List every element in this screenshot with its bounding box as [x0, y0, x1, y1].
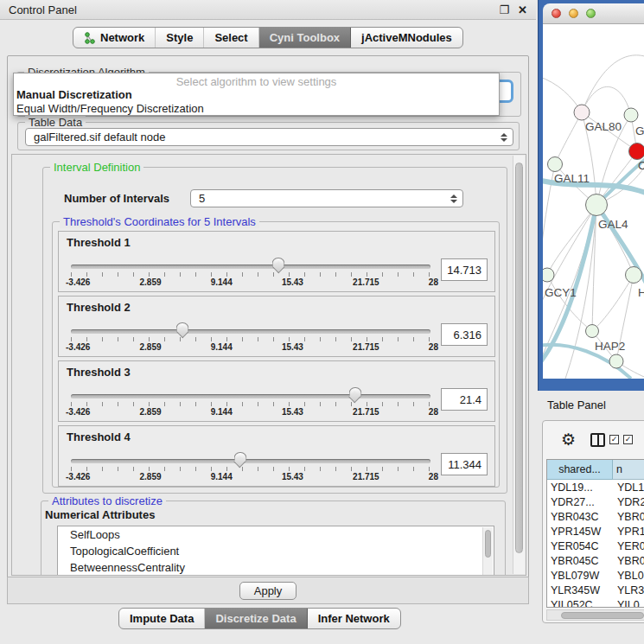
node-h[interactable]: [626, 267, 642, 284]
threshold-3-slider[interactable]: -3.426 2.859 9.144 15.43 21.715 28: [71, 387, 430, 422]
slider-tick-labels: -3.426 2.859 9.144 15.43 21.715 28: [66, 407, 438, 417]
algorithm-option-equal-width[interactable]: Equal Width/Frequency Discretization: [14, 102, 499, 116]
table-row[interactable]: YDR27...YDR2: [547, 494, 644, 509]
threshold-1-value-field[interactable]: 14.713: [441, 258, 488, 281]
cell[interactable]: YBR043C: [547, 511, 613, 523]
cell[interactable]: YIL052C: [547, 599, 613, 609]
slider-handle[interactable]: [272, 258, 285, 274]
node-gal11[interactable]: [548, 157, 563, 172]
tick-label: 15.43: [282, 342, 303, 352]
threshold-1-panel: Threshold 1 -3.426 2.859 9.144 15.43 21.…: [58, 231, 495, 292]
combo-spinner-icon: [501, 133, 507, 142]
list-scrollbar[interactable]: [482, 527, 493, 576]
cell[interactable]: YBR0: [613, 511, 644, 523]
cell[interactable]: YDL1: [613, 481, 644, 494]
cell[interactable]: YBR045C: [547, 555, 613, 567]
node-gal4[interactable]: [586, 194, 608, 216]
tick-label: 2.859: [140, 472, 162, 481]
column-header-shared-name[interactable]: shared...: [547, 460, 613, 480]
tab-infer-network[interactable]: Infer Network: [308, 609, 400, 628]
tab-cyni-toolbox[interactable]: Cyni Toolbox: [259, 28, 351, 48]
scrollbar-thumb[interactable]: [485, 530, 491, 558]
table-panel-title: Table Panel: [547, 399, 606, 411]
slider-track[interactable]: [71, 265, 430, 269]
slider-track[interactable]: [71, 329, 430, 334]
cell[interactable]: YBL0: [613, 570, 644, 582]
threshold-4-value-field[interactable]: 11.344: [441, 453, 488, 475]
checkbox-icon[interactable]: ✓: [623, 435, 633, 444]
network-canvas[interactable]: GAL80 GA C GAL11 GAL4 GCY1 H HAP2: [543, 24, 644, 379]
tab-style[interactable]: Style: [156, 28, 204, 48]
cell[interactable]: YLR3: [613, 584, 644, 596]
table-row[interactable]: YBL079WYBL0: [547, 568, 644, 583]
threshold-4-slider[interactable]: -3.426 2.859 9.144 15.43 21.715 28: [71, 452, 430, 487]
slider-track[interactable]: [71, 394, 430, 399]
settings-scrollbar[interactable]: [513, 156, 525, 574]
table-row[interactable]: YIL052CYIL0: [547, 597, 644, 608]
float-window-icon[interactable]: ❐: [499, 4, 509, 16]
threshold-2-value-field[interactable]: 6.316: [441, 323, 488, 346]
zoom-traffic-light-icon[interactable]: [586, 9, 596, 18]
num-intervals-combobox[interactable]: 5: [190, 189, 463, 207]
scrollbar-thumb[interactable]: [515, 163, 523, 553]
cell[interactable]: YLR345W: [547, 584, 613, 596]
list-item[interactable]: BetweennessCentrality: [58, 559, 494, 576]
slider-handle[interactable]: [175, 322, 188, 339]
num-intervals-value: 5: [199, 192, 205, 205]
algorithm-option-manual[interactable]: Manual Discretization: [14, 88, 499, 102]
table-horizontal-scrollbar[interactable]: [546, 609, 644, 621]
cell[interactable]: YDR2: [613, 496, 644, 508]
table-row[interactable]: YER054CYER0: [547, 539, 644, 553]
slider-handle[interactable]: [348, 387, 361, 404]
node-hap2[interactable]: [586, 325, 599, 338]
thresholds-group: Threshold's Coordinates for 5 Intervals …: [52, 221, 500, 488]
node-gcy1[interactable]: [543, 268, 554, 282]
cell[interactable]: YPR145W: [547, 526, 613, 538]
checkbox-icon[interactable]: ✓: [609, 435, 619, 444]
table-row[interactable]: YBR045CYBR0: [547, 553, 644, 568]
gear-icon[interactable]: ⚙: [561, 431, 576, 448]
cell[interactable]: YPR1: [613, 526, 644, 538]
node-red-selected[interactable]: [629, 143, 644, 160]
threshold-2-slider[interactable]: -3.426 2.859 9.144 15.43 21.715 28: [71, 322, 430, 357]
node-label: HAP2: [595, 340, 625, 353]
minimize-traffic-light-icon[interactable]: [569, 9, 578, 18]
cell[interactable]: YBR0: [613, 555, 644, 567]
scrollbar-thumb[interactable]: [561, 612, 644, 619]
table-row[interactable]: YBR043CYBR0: [547, 509, 644, 524]
table-data-combobox[interactable]: galFiltered.sif default node: [25, 128, 513, 146]
network-window-titlebar[interactable]: [543, 3, 644, 24]
list-item[interactable]: SelfLoops: [58, 526, 494, 543]
slider-track[interactable]: [71, 459, 430, 463]
threshold-1-slider[interactable]: -3.426 2.859 9.144 15.43 21.715 28: [71, 258, 430, 292]
apply-button[interactable]: Apply: [239, 582, 297, 600]
column-header-name[interactable]: n: [613, 460, 644, 480]
cell[interactable]: YER0: [613, 540, 644, 552]
threshold-3-value-field[interactable]: 21.4: [441, 388, 488, 411]
node-gal80[interactable]: [574, 105, 590, 120]
table-row[interactable]: YDL19...YDL1: [547, 480, 644, 494]
cell[interactable]: YDR27...: [547, 496, 613, 508]
cell[interactable]: YBL079W: [547, 570, 613, 582]
columns-icon[interactable]: [590, 433, 605, 447]
cell[interactable]: YER054C: [547, 540, 613, 552]
node-partial[interactable]: [609, 354, 623, 368]
tab-select[interactable]: Select: [204, 28, 258, 48]
table-row[interactable]: YLR345WYLR3: [547, 583, 644, 597]
list-item[interactable]: TopologicalCoefficient: [58, 543, 494, 559]
tab-discretize-data-label: Discretize Data: [215, 612, 296, 625]
tab-network[interactable]: Network: [73, 28, 156, 48]
node-ga[interactable]: [624, 108, 638, 122]
close-window-icon[interactable]: ✕: [518, 4, 527, 16]
network-view-window[interactable]: GAL80 GA C GAL11 GAL4 GCY1 H HAP2: [538, 0, 644, 391]
slider-handle[interactable]: [233, 452, 246, 469]
tab-discretize-data[interactable]: Discretize Data: [205, 609, 307, 628]
tab-network-label: Network: [100, 31, 144, 44]
tick-label: 28: [429, 277, 438, 287]
tab-impute-data[interactable]: Impute Data: [119, 609, 205, 628]
cell[interactable]: YIL0: [613, 599, 644, 609]
close-traffic-light-icon[interactable]: [552, 9, 561, 18]
tab-jactivemnodules[interactable]: jActiveMNodules: [351, 28, 462, 48]
cell[interactable]: YDL19...: [547, 481, 613, 494]
table-row[interactable]: YPR145WYPR1: [547, 524, 644, 539]
